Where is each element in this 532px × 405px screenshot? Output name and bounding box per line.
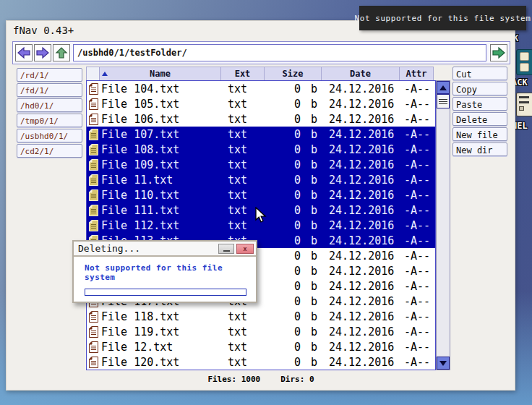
file-name: File 118.txt [100, 310, 220, 323]
close-icon: x [243, 245, 246, 252]
menu-item-paste[interactable]: Paste [452, 97, 507, 111]
menu-item-cut[interactable]: Cut [452, 67, 507, 80]
file-date: 24.12.2016 [322, 234, 401, 247]
file-document-icon [89, 144, 98, 155]
file-name: File 112.txt [100, 219, 220, 232]
column-header-name[interactable]: Name [99, 67, 221, 81]
status-bar: Files: 1000 Dirs: 0 [86, 375, 436, 384]
app-window: fNav 0.43+ [6, 20, 515, 391]
vertical-scrollbar [436, 80, 450, 370]
file-document-icon [89, 357, 98, 368]
file-row[interactable]: File 107.txttxt0b24.12.2016-A-- [87, 127, 435, 142]
dialog-titlebar[interactable]: Deleting... x [74, 242, 256, 257]
file-size: 0b [265, 204, 322, 217]
file-name: File 107.txt [100, 128, 220, 141]
file-attr: -A-- [401, 280, 434, 293]
file-row[interactable]: File 109.txttxt0b24.12.2016-A-- [87, 157, 435, 172]
file-icon-cell [87, 357, 100, 368]
desktop-panel-icon[interactable] [516, 93, 532, 116]
file-date: 24.12.2016 [322, 158, 401, 171]
file-date: 24.12.2016 [322, 82, 401, 95]
file-ext: txt [220, 82, 265, 95]
file-ext: txt [220, 143, 265, 156]
go-button[interactable] [490, 44, 507, 61]
file-name: File 12.txt [100, 341, 220, 354]
file-attr: -A-- [401, 189, 434, 202]
column-header-size[interactable]: Size [264, 67, 322, 81]
column-header-attr[interactable]: Attr [399, 67, 434, 81]
sidebar-item-fd1[interactable]: /fd/1/ [17, 83, 82, 97]
dialog-minimize-button[interactable] [218, 244, 234, 254]
file-date: 24.12.2016 [322, 356, 401, 369]
file-date: 24.12.2016 [322, 174, 401, 187]
menu-item-new-file[interactable]: New file [452, 127, 507, 141]
sidebar-item-rd1[interactable]: /rd/1/ [17, 68, 82, 82]
dialog-title: Deleting... [78, 243, 140, 254]
menu-item-delete[interactable]: Delete [452, 112, 507, 126]
file-attr: -A-- [401, 325, 434, 338]
menu-item-new-dir[interactable]: New dir [452, 142, 507, 156]
progress-bar [85, 289, 246, 296]
action-menu: CutCopyPasteDeleteNew fileNew dir [452, 67, 507, 158]
file-date: 24.12.2016 [322, 325, 401, 338]
file-document-icon [89, 220, 98, 231]
up-button[interactable] [53, 44, 70, 61]
file-row[interactable]: File 104.txttxt0b24.12.2016-A-- [87, 81, 435, 96]
file-size: 0b [265, 310, 322, 323]
path-input[interactable] [73, 44, 486, 61]
file-document-icon [89, 159, 98, 171]
file-size: 0b [265, 98, 322, 111]
file-row[interactable]: File 108.txttxt0b24.12.2016-A-- [87, 142, 435, 157]
file-attr: -A-- [401, 128, 434, 141]
file-row[interactable]: File 11.txttxt0b24.12.2016-A-- [87, 172, 435, 187]
dialog-close-button[interactable]: x [236, 244, 254, 254]
scroll-down-button[interactable] [437, 357, 450, 370]
dirs-count: Dirs: 0 [280, 375, 314, 384]
sidebar-item-hd01[interactable]: /hd0/1/ [17, 98, 82, 112]
file-ext: txt [220, 189, 265, 202]
file-name: File 110.txt [100, 189, 220, 202]
file-row[interactable]: File 105.txttxt0b24.12.2016-A-- [87, 96, 435, 111]
menu-item-copy[interactable]: Copy [452, 82, 507, 95]
forward-button[interactable] [34, 44, 51, 61]
file-row[interactable]: File 118.txttxt0b24.12.2016-A-- [87, 309, 435, 324]
scroll-up-button[interactable] [437, 81, 450, 94]
column-header-icon[interactable] [86, 67, 100, 81]
file-date: 24.12.2016 [322, 250, 401, 263]
file-row[interactable]: File 120.txttxt0b24.12.2016-A-- [87, 354, 435, 370]
file-date: 24.12.2016 [322, 219, 401, 232]
sidebar-item-cd21[interactable]: /cd2/1/ [17, 144, 82, 158]
file-attr: -A-- [401, 250, 434, 263]
file-row[interactable]: File 106.txttxt0b24.12.2016-A-- [87, 111, 435, 127]
file-document-icon [89, 129, 98, 140]
file-size: 0b [265, 280, 322, 293]
file-row[interactable]: File 110.txttxt0b24.12.2016-A-- [87, 187, 435, 202]
scrollbar-thumb[interactable] [437, 94, 450, 108]
sidebar-item-tmp01[interactable]: /tmp0/1/ [17, 114, 82, 127]
file-icon-cell [87, 129, 100, 140]
file-row[interactable]: File 119.txttxt0b24.12.2016-A-- [87, 324, 435, 339]
file-document-icon [89, 311, 98, 323]
dialog-message: Not supported for this file system [74, 257, 256, 282]
back-button[interactable] [15, 44, 33, 61]
file-date: 24.12.2016 [322, 128, 401, 141]
file-name: File 106.txt [100, 113, 220, 126]
file-date: 24.12.2016 [322, 265, 401, 278]
file-date: 24.12.2016 [322, 341, 401, 354]
column-header-date[interactable]: Date [321, 67, 400, 81]
file-size: 0b [265, 325, 322, 338]
file-size: 0b [265, 82, 322, 95]
file-date: 24.12.2016 [322, 295, 401, 308]
file-size: 0b [265, 113, 322, 126]
desktop-windows-icon[interactable] [516, 49, 532, 75]
file-row[interactable]: File 12.txttxt0b24.12.2016-A-- [87, 339, 435, 354]
file-attr: -A-- [401, 310, 434, 323]
sort-ascending-icon [102, 72, 108, 76]
column-header-ext[interactable]: Ext [220, 67, 265, 81]
sidebar-item-usbhd01[interactable]: /usbhd0/1/ [17, 129, 82, 142]
file-attr: -A-- [401, 98, 434, 111]
desktop: K ACK NEL fNav 0.43+ [0, 0, 532, 405]
scrollbar-track[interactable] [437, 108, 450, 357]
deleting-dialog: Deleting... x Not supported for this fil… [72, 240, 257, 303]
file-icon-cell [87, 220, 100, 231]
